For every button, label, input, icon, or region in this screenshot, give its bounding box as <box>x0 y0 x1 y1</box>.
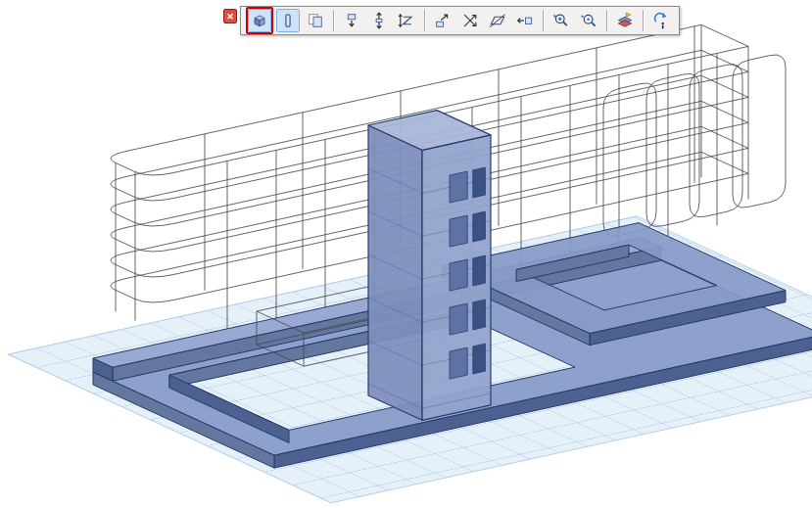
toolbar-button-multiply-elements[interactable] <box>458 9 482 32</box>
show-selection-icon <box>250 11 269 30</box>
vertical-element-icon <box>278 11 298 30</box>
toolbar-button-offset-element[interactable] <box>513 9 537 32</box>
toolbar-button-elevate-element[interactable] <box>431 9 454 32</box>
annotation-highlight <box>246 7 273 34</box>
toolbar-button-zoom-in[interactable] <box>549 9 573 32</box>
toolbar-button-copy-elements[interactable] <box>304 9 327 32</box>
toolbar-button-move-vertically[interactable] <box>367 9 391 32</box>
3d-view-canvas[interactable] <box>0 0 812 508</box>
zoom-extents-icon <box>579 11 598 30</box>
move-vertically-icon <box>369 11 389 30</box>
toolbar-separator <box>424 10 425 31</box>
offset-element-icon <box>515 11 535 30</box>
multiply-elements-icon <box>460 11 480 30</box>
toolbar-button-stretch-height[interactable] <box>395 9 418 32</box>
stretch-height-icon <box>397 11 416 30</box>
toolbar-separator <box>333 10 334 31</box>
selected-tower[interactable] <box>368 111 491 421</box>
toolbar-button-cutaway-3d[interactable] <box>613 9 637 32</box>
copy-elements-icon <box>306 11 325 30</box>
3d-viewport[interactable] <box>0 0 812 508</box>
quick-info-icon <box>651 11 671 30</box>
toolbar-button-zoom-extents[interactable] <box>577 9 600 32</box>
elevate-element-icon <box>433 11 453 30</box>
toolbar-button-quick-info[interactable] <box>649 9 673 32</box>
toolbar-separator <box>643 10 644 31</box>
edit-toolbar <box>240 6 680 35</box>
toolbar-separator <box>606 10 607 31</box>
toolbar-button-tilt-element[interactable] <box>486 9 509 32</box>
toolbar-button-show-selection[interactable] <box>248 9 271 32</box>
drop-to-story-icon <box>342 11 361 30</box>
tilt-element-icon <box>488 11 507 30</box>
cutaway-3d-icon <box>615 11 635 30</box>
zoom-in-icon <box>551 11 571 30</box>
toolbar-button-vertical-element[interactable] <box>276 9 300 32</box>
toolbar-close-button[interactable]: ✕ <box>223 9 237 23</box>
floating-toolbar: ✕ <box>223 6 680 35</box>
toolbar-separator <box>543 10 544 31</box>
toolbar-button-drop-to-story[interactable] <box>340 9 363 32</box>
